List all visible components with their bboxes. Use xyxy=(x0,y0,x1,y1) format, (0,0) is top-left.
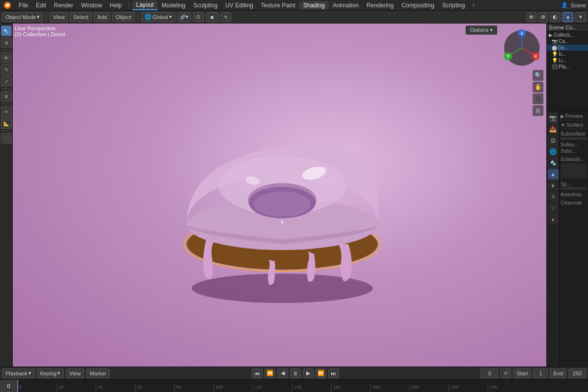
tool-annotate[interactable]: ✏ xyxy=(1,106,12,117)
menu-window[interactable]: Window xyxy=(77,1,106,10)
world-props-icon[interactable]: 🔩 xyxy=(548,158,559,168)
view-menu-tl[interactable]: View xyxy=(66,369,84,378)
step-forward-btn[interactable]: ⏩ xyxy=(316,369,326,378)
transform-orientation[interactable]: 🌐 Global ▾ xyxy=(141,12,175,22)
workspace-sculpting[interactable]: Sculpting xyxy=(190,1,221,10)
viewport-info: User Perspective (0) Collection | Donut xyxy=(15,25,65,37)
subsurface-color-field[interactable] xyxy=(561,163,587,178)
outliner-item[interactable]: 💡 Li... xyxy=(547,57,588,64)
add-menu[interactable]: Add xyxy=(94,12,111,22)
menu-render[interactable]: Render xyxy=(50,1,77,10)
menu-file[interactable]: File xyxy=(15,1,32,10)
workspace-animation[interactable]: Animation xyxy=(329,1,363,10)
jump-start-btn[interactable]: ⏮ xyxy=(252,369,263,378)
workspace-layout[interactable]: Layout xyxy=(132,0,158,10)
play-reverse-btn[interactable]: ◀ xyxy=(277,369,288,378)
outliner-item-donut[interactable]: ⬤ Do... xyxy=(547,45,588,51)
proportional-edit[interactable]: ⊙ xyxy=(193,12,204,22)
select-menu[interactable]: Select xyxy=(70,12,92,22)
workspace-shading[interactable]: Shading xyxy=(299,1,329,10)
keying-menu[interactable]: Keying ▾ xyxy=(37,369,64,378)
outliner-item[interactable]: ⬛ Pla... xyxy=(547,64,588,70)
preview-section-title[interactable]: ▶ Preview xyxy=(561,113,587,120)
viewport-shading-rendered[interactable]: ● xyxy=(563,12,573,22)
end-frame-input[interactable]: 250 xyxy=(568,369,586,378)
tool-cube[interactable]: ⬛ xyxy=(1,133,12,144)
step-back-btn[interactable]: ⏪ xyxy=(265,369,275,378)
svg-text:60: 60 xyxy=(137,385,142,390)
snap-toggle[interactable]: 🔗 ▾ xyxy=(177,12,191,22)
tool-select[interactable]: ↖ xyxy=(1,25,12,36)
tool-measure[interactable]: 📐 xyxy=(1,118,12,129)
workspace-modeling[interactable]: Modeling xyxy=(158,1,190,10)
play-btn[interactable]: ▶ xyxy=(303,369,314,378)
subsurface-label: Subsurface xyxy=(561,131,586,137)
snap-to-grid[interactable]: ■ xyxy=(206,12,219,22)
menu-edit[interactable]: Edit xyxy=(32,1,50,10)
viewport-options-button[interactable]: Options ▾ xyxy=(466,25,497,35)
lt-sep-1 xyxy=(2,50,11,50)
tool-transform[interactable]: ⊞ xyxy=(1,91,12,102)
object-props-icon[interactable]: ▲ xyxy=(548,169,559,180)
svg-text:80: 80 xyxy=(176,385,181,390)
tool-rotate[interactable]: ↻ xyxy=(1,64,12,75)
tool-cursor[interactable]: ⊕ xyxy=(1,37,12,48)
left-toolbar: ↖ ⊕ ✛ ↻ ⤢ ⊞ ✏ 📐 ⬛ xyxy=(0,23,13,367)
workspace-uv-editing[interactable]: UV Editing xyxy=(221,1,257,10)
particles-icon[interactable]: ⚙ xyxy=(548,191,559,202)
playback-menu[interactable]: Playback ▾ xyxy=(2,369,35,378)
tool-move[interactable]: ✛ xyxy=(1,52,12,63)
svg-text:Y: Y xyxy=(507,54,510,59)
material-icon[interactable]: ● xyxy=(548,214,559,225)
pause-btn[interactable]: ⏸ xyxy=(290,369,301,378)
workspace-rendering[interactable]: Rendering xyxy=(363,1,397,10)
workspace-texture-paint[interactable]: Texture Paint xyxy=(257,1,299,10)
specular-label: Sp... xyxy=(561,181,587,187)
properties-icon-bar: 📷 📤 🖼 🌐 🔩 ▲ ◆ ⚙ ▽ ● xyxy=(547,112,560,367)
properties-content: ▶ Preview ▼ Surface Subsurface Subsu... … xyxy=(560,112,588,367)
gizmo-toggle[interactable]: ⊕ xyxy=(539,12,548,22)
modifier-props-icon[interactable]: ◆ xyxy=(548,180,559,191)
subsurface2-label: Subsu... xyxy=(561,141,587,148)
overlay-toggle[interactable]: 👁 xyxy=(526,12,537,22)
timeline-track[interactable]: 0 0 20 40 60 80 100 xyxy=(0,380,588,392)
viewport-shading-options[interactable]: ▾ xyxy=(575,12,586,22)
zoom-gizmo-btn[interactable]: 🔍 xyxy=(533,70,543,81)
blender-logo xyxy=(2,0,13,11)
tool-scale[interactable]: ⤢ xyxy=(1,76,12,87)
output-props-icon[interactable]: 📤 xyxy=(548,124,559,135)
start-frame-input[interactable]: 1 xyxy=(533,369,548,378)
jump-end-btn[interactable]: ⏭ xyxy=(328,369,339,378)
snap-options[interactable]: ∿ xyxy=(220,12,231,22)
mode-selector[interactable]: Object Mode ▾ xyxy=(2,12,43,22)
workspace-compositing[interactable]: Compositing xyxy=(397,1,438,10)
object-menu[interactable]: Object xyxy=(112,12,135,22)
svg-text:160: 160 xyxy=(333,385,341,390)
scene-props-icon[interactable]: 🌐 xyxy=(548,146,559,157)
view-layer-icon[interactable]: 🖼 xyxy=(548,135,559,146)
physics-icon[interactable]: ▽ xyxy=(548,203,559,213)
3d-viewport[interactable]: User Perspective (0) Collection | Donut … xyxy=(13,23,546,367)
scene-name[interactable]: Scene xyxy=(571,2,586,8)
workspace-scripting[interactable]: Scripting xyxy=(438,1,469,10)
view-menu[interactable]: View xyxy=(49,12,68,22)
menu-help[interactable]: Help xyxy=(106,1,126,10)
current-frame-display[interactable]: 0 xyxy=(481,369,498,378)
viewport-shading-solid[interactable]: ◐ xyxy=(550,12,561,22)
outliner-item[interactable]: ▶ Collecti... xyxy=(547,32,588,38)
add-workspace-button[interactable]: + xyxy=(469,1,478,10)
grid-gizmo-btn[interactable]: ⊞ xyxy=(533,105,543,116)
marker-menu[interactable]: Marker xyxy=(86,369,110,378)
blender-app: File Edit Render Window Help Layout Mode… xyxy=(0,0,588,392)
gizmo-overlay: 🔍 ✋ 🎥 ⊞ xyxy=(533,70,543,116)
camera-gizmo-btn[interactable]: 🎥 xyxy=(533,93,543,104)
outliner-item[interactable]: 📷 Ca... xyxy=(547,38,588,45)
outliner-item[interactable]: 💡 Ic... xyxy=(547,51,588,57)
navigation-gizmo[interactable]: Z X Y xyxy=(502,28,541,68)
svg-text:X: X xyxy=(534,54,537,59)
render-props-icon[interactable]: 📷 xyxy=(548,113,559,123)
pan-gizmo-btn[interactable]: ✋ xyxy=(533,82,543,92)
surface-section-title[interactable]: ▼ Surface xyxy=(561,121,587,129)
outliner-header: Scene Co... xyxy=(547,23,588,32)
subsurface4-label: Subsurfa... xyxy=(561,156,587,162)
